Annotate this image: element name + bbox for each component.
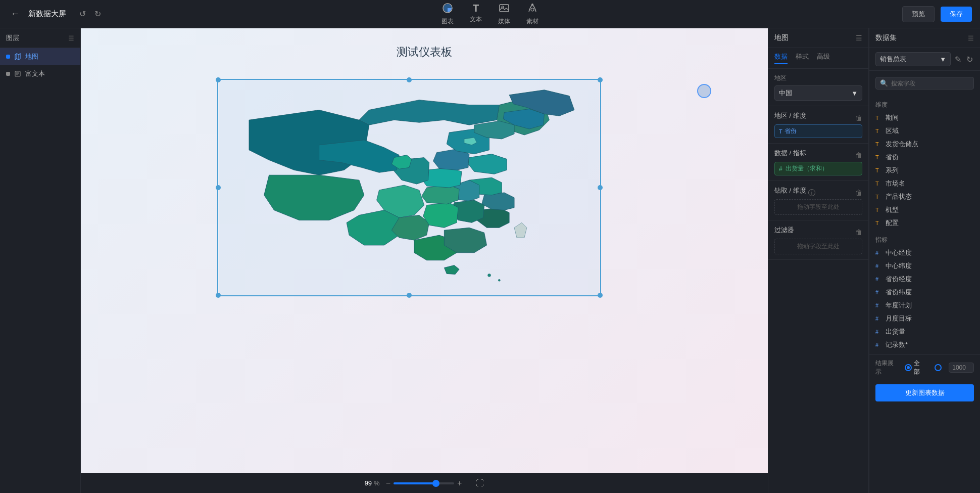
- undo-button[interactable]: ↺: [76, 8, 88, 20]
- dataset-name: 销售总表: [880, 55, 906, 64]
- map-panel-menu-icon[interactable]: ☰: [856, 34, 862, 42]
- field-hash-icon-4: #: [875, 289, 883, 295]
- filter-placeholder[interactable]: 拖动字段至此处: [774, 239, 862, 254]
- data-indicator-delete-icon[interactable]: 🗑: [855, 151, 862, 159]
- field-item-period[interactable]: T 期间: [875, 111, 974, 124]
- radio-all-dot[interactable]: [905, 364, 912, 371]
- field-item-province-lon[interactable]: # 省份经度: [875, 273, 974, 286]
- field-item-series[interactable]: T 系列: [875, 164, 974, 177]
- sidebar-item-map-label: 地图: [25, 52, 38, 61]
- field-item-center-lat[interactable]: # 中心纬度: [875, 259, 974, 273]
- zoom-slider-thumb[interactable]: [432, 480, 439, 487]
- resize-handle-tm[interactable]: [407, 77, 412, 82]
- toolbar-chart[interactable]: 图表: [442, 3, 454, 26]
- field-type-t-icon-9: T: [875, 220, 883, 226]
- field-item-model[interactable]: T 机型: [875, 203, 974, 216]
- toolbar-text[interactable]: T 文本: [470, 3, 482, 26]
- region-dim-delete-icon[interactable]: 🗑: [855, 114, 862, 122]
- metrics-label: 指标: [875, 236, 974, 244]
- map-container[interactable]: [217, 79, 601, 296]
- zoom-slider-fill: [394, 482, 436, 484]
- field-region-label: 区域: [886, 126, 899, 136]
- field-item-province[interactable]: T 省份: [875, 151, 974, 164]
- field-item-config[interactable]: T 配置: [875, 216, 974, 230]
- radio-num-dot[interactable]: [935, 364, 942, 371]
- tab-advanced[interactable]: 高级: [817, 52, 830, 64]
- back-button[interactable]: ←: [8, 7, 22, 21]
- resize-handle-mr[interactable]: [598, 185, 603, 190]
- data-field-chip[interactable]: # 出货量（求和）: [774, 162, 862, 175]
- region-label: 地区: [774, 74, 862, 82]
- field-product-status-label: 产品状态: [886, 192, 912, 201]
- field-monthly-target-label: 月度目标: [886, 314, 912, 323]
- richtext-layer-icon: [14, 70, 21, 77]
- resize-handle-ml[interactable]: [216, 185, 221, 190]
- layer-panel-menu-icon[interactable]: ☰: [68, 34, 74, 42]
- dataset-refresh-icon[interactable]: ↻: [965, 54, 974, 65]
- zoom-unit: %: [374, 479, 380, 487]
- drill-placeholder[interactable]: 拖动字段至此处: [774, 199, 862, 215]
- map-layer-icon: [14, 53, 21, 60]
- text-icon: T: [473, 3, 479, 14]
- result-all-radio[interactable]: 全部: [905, 359, 926, 376]
- toolbar-text-label: 文本: [470, 15, 482, 24]
- media-icon: [499, 3, 510, 16]
- fullscreen-icon[interactable]: ⛶: [476, 479, 484, 488]
- field-type-t-icon-7: T: [875, 194, 883, 200]
- field-item-shipment[interactable]: # 出货量: [875, 325, 974, 338]
- update-chart-button[interactable]: 更新图表数据: [875, 384, 974, 401]
- field-item-monthly-target[interactable]: # 月度目标: [875, 312, 974, 325]
- tab-data[interactable]: 数据: [774, 52, 788, 64]
- save-button[interactable]: 保存: [941, 7, 972, 22]
- toolbar-chart-label: 图表: [442, 17, 454, 26]
- field-search-box[interactable]: 🔍: [875, 77, 974, 89]
- preview-button[interactable]: 预览: [902, 6, 935, 22]
- region-field-type-icon: T: [779, 128, 782, 135]
- field-item-record-count[interactable]: # 记录数*: [875, 338, 974, 351]
- dataset-selector[interactable]: 销售总表 ▼: [875, 52, 951, 66]
- sidebar-item-map[interactable]: 地图: [0, 48, 80, 65]
- resize-handle-bm[interactable]: [407, 293, 412, 298]
- field-type-t-icon-2: T: [875, 128, 883, 134]
- field-province-lon-label: 省份经度: [886, 275, 912, 284]
- zoom-slider-wrap[interactable]: − +: [386, 479, 462, 488]
- region-dropdown[interactable]: 中国 ▼: [774, 85, 862, 101]
- field-item-center-lon[interactable]: # 中心经度: [875, 246, 974, 259]
- drill-info-icon[interactable]: i: [808, 189, 815, 196]
- dataset-panel: 数据集 ☰ 销售总表 ▼ ✎ ↻ 维度 🔍 维度 T 期间: [869, 28, 980, 493]
- zoom-slider[interactable]: [394, 482, 454, 484]
- dataset-edit-icon[interactable]: ✎: [954, 54, 962, 65]
- field-item-market[interactable]: T 市场名: [875, 177, 974, 190]
- toolbar-material[interactable]: 素材: [526, 3, 538, 26]
- resize-handle-tl[interactable]: [216, 77, 221, 82]
- field-search-section: 维度 🔍: [869, 71, 980, 98]
- radio-all-label: 全部: [914, 359, 926, 376]
- field-market-label: 市场名: [886, 179, 905, 188]
- zoom-out-icon[interactable]: −: [386, 479, 390, 488]
- field-item-region[interactable]: T 区域: [875, 124, 974, 138]
- region-dim-label: 地区 / 维度: [774, 111, 806, 120]
- region-dimension-section: 地区 / 维度 🗑 T 省份: [768, 106, 868, 144]
- drill-delete-icon[interactable]: 🗑: [855, 189, 862, 197]
- region-field-chip[interactable]: T 省份: [774, 124, 862, 138]
- dataset-menu-icon[interactable]: ☰: [968, 34, 974, 42]
- resize-handle-br[interactable]: [598, 293, 603, 298]
- zoom-in-icon[interactable]: +: [457, 479, 462, 488]
- canvas-area[interactable]: 测试仪表板: [81, 28, 768, 493]
- field-item-shipping[interactable]: T 发货仓储点: [875, 138, 974, 151]
- map-panel-title: 地图: [774, 33, 789, 42]
- sidebar-item-richtext[interactable]: 富文本: [0, 65, 80, 82]
- field-item-province-lat[interactable]: # 省份纬度: [875, 286, 974, 299]
- filter-delete-icon[interactable]: 🗑: [855, 228, 862, 236]
- field-item-annual-target[interactable]: # 年度计划: [875, 299, 974, 312]
- tab-style[interactable]: 样式: [796, 52, 809, 64]
- redo-button[interactable]: ↻: [91, 8, 104, 20]
- resize-handle-tr[interactable]: [598, 77, 603, 82]
- field-search-input[interactable]: [891, 80, 969, 87]
- toolbar-media[interactable]: 媒体: [498, 3, 510, 26]
- resize-handle-bl[interactable]: [216, 293, 221, 298]
- layer-panel-header: 图层 ☰: [0, 28, 80, 48]
- result-num-input[interactable]: 1000: [949, 363, 974, 373]
- layer-panel-title: 图层: [6, 33, 19, 42]
- field-item-product-status[interactable]: T 产品状态: [875, 190, 974, 203]
